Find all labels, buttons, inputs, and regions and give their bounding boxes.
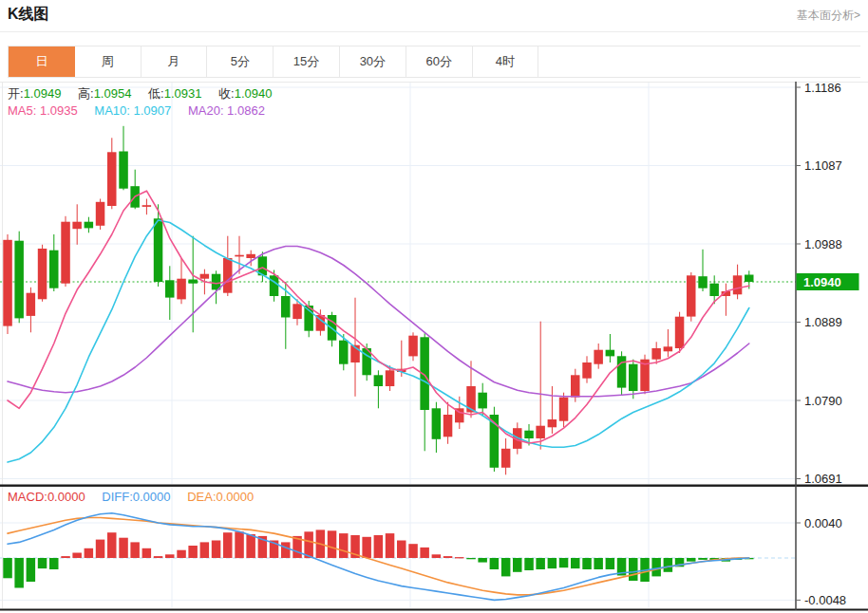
svg-text:1.0790: 1.0790 bbox=[804, 394, 842, 408]
macd-legend: MACD:0.0000 DIFF:0.0000 DEA:0.0000 bbox=[8, 490, 254, 504]
chart-svg[interactable]: 1.11861.10871.09881.08891.07901.06910.00… bbox=[0, 82, 868, 613]
tab-60min[interactable]: 60分 bbox=[406, 46, 473, 77]
macd-value: MACD:0.0000 bbox=[8, 490, 85, 504]
ohlc-legend: 开:1.0949 高:1.0954 低:1.0931 收:1.0940 bbox=[8, 85, 272, 102]
svg-text:1.1087: 1.1087 bbox=[804, 158, 842, 173]
dea-value: DEA:0.0000 bbox=[187, 490, 254, 504]
tab-5min[interactable]: 5分 bbox=[207, 46, 274, 77]
svg-text:1.0691: 1.0691 bbox=[804, 472, 842, 486]
low-label: 低: bbox=[148, 86, 164, 101]
low-value: 1.0931 bbox=[164, 86, 202, 101]
close-value: 1.0940 bbox=[235, 86, 273, 101]
tab-month[interactable]: 月 bbox=[142, 46, 208, 77]
tab-4hour[interactable]: 4时 bbox=[473, 46, 539, 77]
title-separator bbox=[0, 31, 868, 32]
high-value: 1.0954 bbox=[94, 86, 132, 101]
tab-week[interactable]: 周 bbox=[75, 46, 142, 77]
svg-text:1.1186: 1.1186 bbox=[804, 82, 841, 95]
tab-15min[interactable]: 15分 bbox=[274, 46, 340, 77]
fundamental-analysis-link[interactable]: 基本面分析> bbox=[797, 8, 860, 24]
ma-legend: MA5: 1.0935 MA10: 1.0907 MA20: 1.0862 bbox=[8, 103, 265, 118]
tab-day[interactable]: 日 bbox=[9, 46, 75, 77]
open-label: 开: bbox=[8, 86, 24, 101]
period-tabbar: 日周月5分15分30分60分4时 bbox=[8, 46, 860, 78]
svg-text:1.0940: 1.0940 bbox=[803, 275, 841, 289]
close-label: 收: bbox=[218, 86, 235, 101]
current-price-badge: 1.0940 bbox=[797, 273, 859, 290]
ma10-legend: MA10: 1.0907 bbox=[94, 103, 171, 118]
ma20-legend: MA20: 1.0862 bbox=[188, 103, 265, 118]
macd-layer bbox=[3, 529, 753, 587]
page-title: K线图 bbox=[8, 5, 49, 25]
svg-text:0.0040: 0.0040 bbox=[804, 516, 842, 530]
ma5-legend: MA5: 1.0935 bbox=[8, 103, 78, 118]
diff-value: DIFF:0.0000 bbox=[102, 490, 170, 504]
kline-chart[interactable]: 1.11861.10871.09881.08891.07901.06910.00… bbox=[0, 82, 868, 613]
svg-text:1.0889: 1.0889 bbox=[804, 315, 842, 329]
svg-text:-0.0048: -0.0048 bbox=[804, 593, 846, 607]
tab-30min[interactable]: 30分 bbox=[340, 46, 406, 77]
open-value: 1.0949 bbox=[24, 86, 62, 101]
svg-text:1.0988: 1.0988 bbox=[804, 237, 842, 251]
high-label: 高: bbox=[78, 86, 94, 101]
